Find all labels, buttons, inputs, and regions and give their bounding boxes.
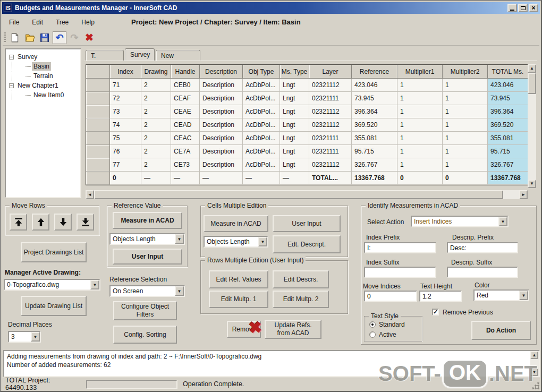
- table-cell[interactable]: Description: [200, 105, 243, 118]
- move-indices-input[interactable]: [364, 291, 417, 302]
- configure-object-filters-button[interactable]: Configure Object Filters: [113, 301, 177, 320]
- chevron-down-icon[interactable]: ▼: [175, 234, 184, 244]
- edit-descrs-button[interactable]: Edit Descrs.: [273, 270, 329, 288]
- row-selector[interactable]: [86, 105, 110, 118]
- table-cell[interactable]: 1: [443, 158, 488, 172]
- table-cell[interactable]: Description: [200, 118, 243, 132]
- index-suffix-input[interactable]: [364, 267, 436, 278]
- table-cell[interactable]: 0: [397, 172, 443, 185]
- index-prefix-input[interactable]: [364, 242, 436, 253]
- table-cell[interactable]: 369.520: [488, 118, 528, 132]
- table-cell[interactable]: Lngt: [280, 132, 309, 145]
- redo-button[interactable]: ↷: [67, 31, 81, 44]
- table-cell[interactable]: 1: [443, 92, 488, 105]
- table-cell[interactable]: 423.046: [488, 79, 528, 92]
- table-cell[interactable]: 95.715: [488, 145, 528, 158]
- table-cell[interactable]: 1: [443, 132, 488, 145]
- grid-horizontal-scrollbar[interactable]: ◄ ►: [86, 190, 528, 199]
- cells-user-input-button[interactable]: User Input: [273, 215, 341, 232]
- column-header[interactable]: Reference: [352, 65, 397, 79]
- table-cell[interactable]: AcDbPol...: [243, 118, 280, 132]
- column-header[interactable]: Ms. Type: [280, 65, 309, 79]
- table-cell[interactable]: CEAD: [171, 118, 200, 132]
- column-header[interactable]: Description: [200, 65, 243, 79]
- table-cell[interactable]: AcDbPol...: [243, 92, 280, 105]
- table-cell[interactable]: 73: [110, 105, 141, 118]
- table-cell[interactable]: CEB0: [171, 79, 200, 92]
- table-cell[interactable]: 77: [110, 158, 141, 172]
- table-cell[interactable]: 2: [141, 118, 171, 132]
- row-selector[interactable]: [86, 92, 110, 105]
- table-cell[interactable]: Lngt: [280, 79, 309, 92]
- grid-vertical-scrollbar[interactable]: ▲ ▼: [528, 64, 536, 188]
- row-selector[interactable]: [86, 79, 110, 92]
- close-button[interactable]: ×: [529, 4, 538, 12]
- decimal-places-combo[interactable]: 3 ▼: [8, 331, 41, 343]
- reference-selection-combo[interactable]: On Screen ▼: [109, 285, 185, 297]
- row-selector[interactable]: [86, 145, 110, 158]
- move-down-button[interactable]: [54, 214, 72, 231]
- table-cell[interactable]: 02321111: [309, 92, 352, 105]
- cells-mode-combo[interactable]: Objects Length ▼: [204, 236, 268, 248]
- table-cell[interactable]: 423.046: [352, 79, 397, 92]
- row-selector[interactable]: [86, 172, 110, 185]
- update-drawing-list-button[interactable]: Update Drawing List: [21, 296, 87, 316]
- table-cell[interactable]: Description: [200, 158, 243, 172]
- row-selector[interactable]: [86, 118, 110, 132]
- chevron-down-icon[interactable]: ▼: [90, 280, 99, 289]
- column-header[interactable]: TOTAL Ms.: [488, 65, 528, 79]
- collapse-icon[interactable]: −: [9, 83, 14, 88]
- color-combo[interactable]: Red ▼: [473, 289, 529, 301]
- table-cell[interactable]: 1: [397, 158, 443, 172]
- maximize-button[interactable]: [518, 4, 528, 12]
- table-cell[interactable]: AcDbPol...: [243, 145, 280, 158]
- collapse-icon[interactable]: −: [9, 55, 14, 59]
- column-header[interactable]: Drawing: [141, 65, 171, 79]
- scrollbar-thumb[interactable]: [528, 73, 536, 94]
- table-cell[interactable]: Lngt: [280, 105, 309, 118]
- table-cell[interactable]: 2: [141, 132, 171, 145]
- column-header[interactable]: Multiplier1: [397, 65, 443, 79]
- move-up-button[interactable]: [32, 214, 49, 231]
- chevron-down-icon[interactable]: ▼: [31, 332, 40, 342]
- chevron-down-icon[interactable]: ▼: [258, 237, 267, 246]
- scroll-up-icon[interactable]: ▲: [528, 64, 536, 73]
- table-cell[interactable]: 2: [141, 158, 171, 172]
- table-cell[interactable]: Lngt: [280, 158, 309, 172]
- table-cell[interactable]: 1: [397, 118, 443, 132]
- table-cell[interactable]: 355.081: [352, 132, 397, 145]
- move-to-top-button[interactable]: [10, 214, 27, 231]
- column-header[interactable]: [86, 65, 110, 79]
- table-cell[interactable]: CEAE: [171, 105, 200, 118]
- tab-new-chapter1[interactable]: New Chapter1: [156, 50, 200, 61]
- remove-button[interactable]: Remove ✖: [227, 321, 261, 338]
- toolbar-grip[interactable]: [4, 32, 6, 43]
- scroll-up-icon[interactable]: ▲: [530, 351, 538, 359]
- table-cell[interactable]: 2: [141, 79, 171, 92]
- table-cell[interactable]: 13367.768: [352, 172, 397, 185]
- table-cell[interactable]: 02321111: [309, 132, 352, 145]
- text-height-input[interactable]: [419, 291, 462, 302]
- undo-button[interactable]: ↶: [53, 31, 66, 44]
- tree-item-survey[interactable]: − Survey: [7, 52, 79, 62]
- cells-measure-in-acad-button[interactable]: Measure in ACAD: [204, 215, 268, 232]
- table-cell[interactable]: 75: [110, 132, 141, 145]
- scroll-right-icon[interactable]: ►: [519, 190, 528, 199]
- table-cell[interactable]: 2: [141, 105, 171, 118]
- chevron-down-icon[interactable]: ▼: [519, 291, 528, 300]
- move-to-bottom-button[interactable]: [77, 214, 94, 231]
- text-style-active-radio[interactable]: [369, 331, 376, 338]
- scrollbar-thumb[interactable]: [94, 190, 503, 199]
- table-cell[interactable]: Description: [200, 132, 243, 145]
- row-selector[interactable]: [86, 158, 110, 172]
- table-cell[interactable]: 355.081: [488, 132, 528, 145]
- column-header[interactable]: Layer: [309, 65, 352, 79]
- remove-previous-checkbox[interactable]: ✓: [432, 309, 439, 316]
- chevron-down-icon[interactable]: ▼: [498, 217, 507, 226]
- do-action-button[interactable]: Do Action: [471, 321, 531, 340]
- table-cell[interactable]: 72: [110, 92, 141, 105]
- tree-item-new-chapter1[interactable]: − New Chapter1: [7, 81, 79, 90]
- table-cell[interactable]: Lngt: [280, 92, 309, 105]
- tree-item-new-item0[interactable]: New Item0: [7, 90, 79, 100]
- table-cell[interactable]: Description: [200, 145, 243, 158]
